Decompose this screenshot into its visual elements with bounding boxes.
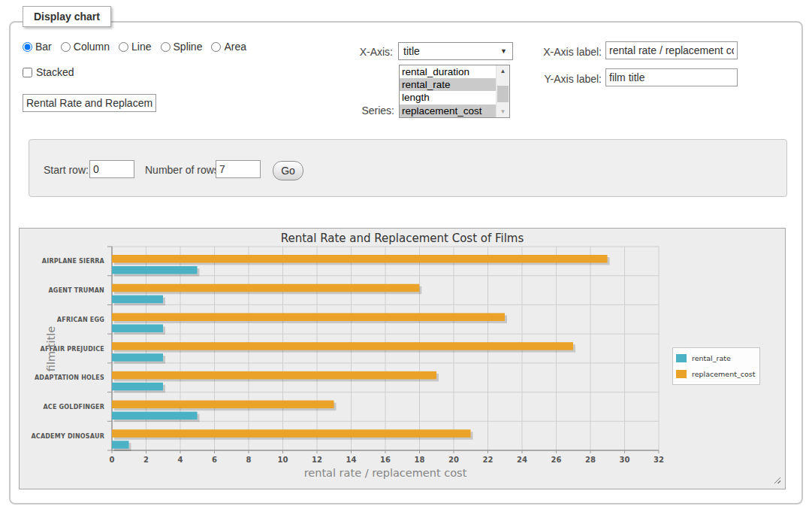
x-tick-label: 32: [654, 456, 664, 464]
bar-rental_rate: [112, 266, 198, 274]
chart-type-radio-label: Column: [74, 41, 110, 53]
go-button[interactable]: Go: [273, 161, 303, 180]
start-row-label: Start row:: [44, 164, 89, 176]
chart-type-radio-bar[interactable]: [23, 42, 32, 52]
legend-label: replacement_cost: [692, 370, 755, 378]
row-controls-panel: Start row: Number of rows: Go: [29, 139, 787, 197]
chart-type-radio-label: Bar: [35, 41, 52, 53]
fieldset-legend: Display chart: [23, 6, 111, 27]
x-tick-label: 4: [178, 456, 183, 464]
x-axis-select[interactable]: title ▼: [398, 42, 513, 60]
x-tick-label: 6: [212, 456, 217, 464]
stacked-label: Stacked: [36, 66, 74, 78]
legend-swatch: [676, 370, 687, 378]
x-tick-label: 14: [346, 456, 357, 464]
x-tick-label: 2: [143, 456, 149, 464]
page: Display chart BarColumnLineSplineArea St…: [0, 0, 812, 512]
chart-type-option-spline[interactable]: Spline: [161, 41, 203, 53]
bar-replacement_cost: [112, 255, 608, 263]
legend-swatch: [676, 354, 687, 362]
chart-type-radio-label: Area: [224, 41, 246, 53]
series-option-length[interactable]: length: [400, 91, 496, 104]
chart-panel: Rental Rate and Replacement Cost of Film…: [19, 228, 786, 489]
x-tick-label: 30: [620, 456, 630, 464]
chart-type-option-bar[interactable]: Bar: [23, 41, 52, 53]
bar-replacement_cost: [112, 313, 505, 321]
chevron-down-icon: ▼: [500, 47, 507, 55]
x-axis-label-label: X-Axis label:: [535, 46, 602, 58]
chart-type-radio-label: Line: [131, 41, 151, 53]
bar-rental_rate: [112, 295, 163, 304]
x-tick-label: 20: [448, 456, 459, 464]
chart-yaxis-label: film title: [45, 326, 57, 371]
series-option-replacement_cost[interactable]: replacement_cost: [400, 105, 496, 117]
y-tick-label: ACADEMY DINOSAUR: [31, 433, 104, 440]
chart-canvas: 02468101214161820222426283032AIRPLANE SI…: [20, 229, 785, 489]
chart-legend: rental_ratereplacement_cost: [672, 347, 760, 385]
chart-type-option-line[interactable]: Line: [119, 41, 151, 53]
legend-item-replacement_cost: replacement_cost: [676, 366, 755, 382]
scroll-down-icon[interactable]: ▼: [497, 106, 509, 117]
bar-rental_rate: [112, 324, 163, 332]
x-axis-selected-value: title: [403, 45, 420, 57]
bar-replacement_cost: [112, 401, 334, 409]
series-option-rental_rate[interactable]: rental_rate: [400, 78, 496, 91]
x-axis-label-input[interactable]: [605, 41, 738, 59]
series-listbox[interactable]: rental_durationrental_ratelengthreplacem…: [399, 65, 510, 118]
y-axis-label-label: Y-Axis label:: [535, 73, 602, 85]
bar-replacement_cost: [112, 342, 573, 350]
bar-rental_rate: [112, 353, 163, 362]
legend-label: rental_rate: [692, 354, 731, 362]
series-options: rental_durationrental_ratelengthreplacem…: [400, 65, 496, 117]
y-tick-label: AFRICAN EGG: [57, 317, 104, 323]
x-tick-label: 8: [246, 456, 252, 464]
y-tick-label: ACE GOLDFINGER: [43, 404, 104, 411]
bar-replacement_cost: [112, 429, 471, 438]
chart-type-radio-spline[interactable]: [161, 42, 171, 52]
stacked-checkbox[interactable]: [23, 68, 32, 77]
x-axis-select-label: X-Axis:: [338, 46, 393, 58]
start-row-input[interactable]: [89, 160, 134, 178]
bar-replacement_cost: [112, 284, 419, 292]
x-tick-label: 10: [278, 456, 288, 464]
series-option-rental_duration[interactable]: rental_duration: [400, 65, 496, 78]
legend-item-rental_rate: rental_rate: [676, 350, 755, 366]
x-tick-label: 22: [483, 456, 494, 464]
x-tick-label: 0: [110, 456, 115, 464]
x-tick-label: 26: [551, 456, 562, 464]
chart-type-radio-group: BarColumnLineSplineArea: [23, 41, 246, 53]
bar-rental_rate: [112, 383, 163, 391]
number-of-rows-label: Number of rows:: [145, 164, 222, 176]
x-tick-label: 28: [585, 456, 596, 464]
y-tick-label: ADAPTATION HOLES: [35, 374, 104, 381]
y-axis-label-input[interactable]: [605, 68, 738, 86]
x-tick-label: 24: [517, 456, 527, 464]
series-scrollbar[interactable]: ▲ ▼: [496, 65, 509, 117]
bar-rental_rate: [112, 412, 198, 420]
series-list-label: Series:: [346, 105, 394, 117]
bar-replacement_cost: [112, 371, 436, 380]
chart-xaxis-label: rental rate / replacement cost: [112, 467, 659, 479]
chart-type-radio-column[interactable]: [61, 42, 71, 52]
y-tick-label: AGENT TRUMAN: [48, 287, 104, 294]
number-of-rows-input[interactable]: [216, 160, 261, 178]
bar-rental_rate: [112, 441, 129, 449]
x-tick-label: 16: [380, 456, 391, 464]
chart-type-option-area[interactable]: Area: [211, 41, 246, 53]
scrollbar-thumb[interactable]: [497, 86, 509, 102]
chart-type-option-column[interactable]: Column: [61, 41, 110, 53]
chart-title-input[interactable]: [23, 94, 156, 112]
scroll-up-icon[interactable]: ▲: [497, 65, 509, 77]
stacked-option[interactable]: Stacked: [23, 66, 74, 78]
x-tick-label: 18: [415, 456, 425, 464]
chart-type-radio-area[interactable]: [211, 42, 221, 52]
y-tick-label: AIRPLANE SIERRA: [42, 258, 105, 265]
chart-type-radio-line[interactable]: [119, 42, 128, 52]
chart-type-radio-label: Spline: [174, 41, 203, 53]
x-tick-label: 12: [312, 456, 322, 464]
